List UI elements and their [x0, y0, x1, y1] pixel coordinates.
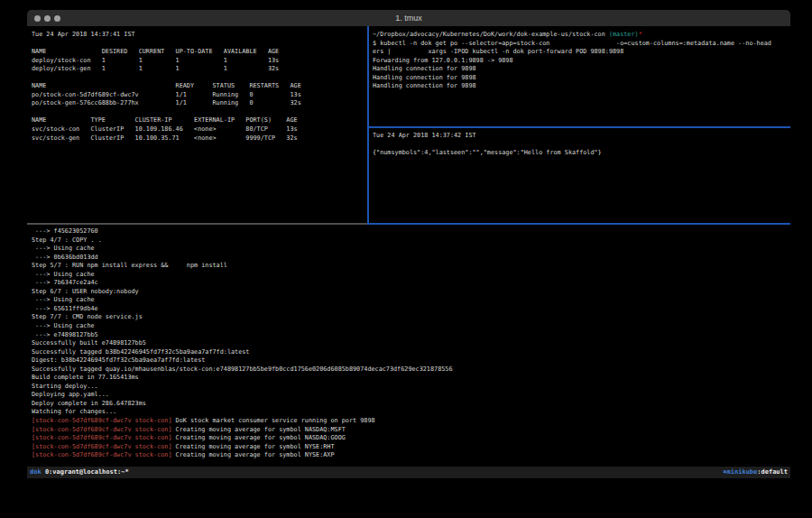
terminal-line: NAME TYPE CLUSTER-IP EXTERNAL-IP PORT(S)…	[32, 116, 365, 125]
terminal-line: {"numsymbols":4,"lastseen":"","message":…	[373, 149, 789, 158]
session-name[interactable]: dok	[30, 468, 42, 477]
terminal-line	[32, 74, 365, 83]
pane-divider-bottom-left	[27, 223, 367, 225]
terminal-line: [stock-con-5d7df689cf-dwc7v stock-con] C…	[32, 434, 789, 443]
terminal-line: deploy/stock-gen 1 1 1 1 32s	[32, 65, 365, 74]
terminal-line: NAME READY STATUS RESTARTS AGE	[32, 82, 365, 91]
pane-divider-bottom-right	[367, 223, 790, 225]
terminal-line: [stock-con-5d7df689cf-dwc7v stock-con] C…	[32, 426, 789, 435]
pane-skaffold-dev[interactable]: ---> f45623052760Step 4/7 : COPY . . ---…	[32, 227, 789, 463]
terminal-line: Forwarding from 127.0.0.1:9898 -> 9898	[373, 57, 789, 66]
terminal-line: Digest: b38b42246945fd7f32c5ba9aea7af7fd…	[32, 356, 789, 365]
terminal-line: Build complete in 77.165413ms	[32, 374, 789, 383]
tmux-terminal: Tue 24 Apr 2018 14:37:41 IST NAME DESIRE…	[27, 26, 790, 486]
terminal-line: po/stock-con-5d7df689cf-dwc7v 1/1 Runnin…	[32, 91, 365, 100]
terminal-line: NAME DESIRED CURRENT UP-TO-DATE AVAILABL…	[32, 48, 365, 57]
terminal-line: svc/stock-gen ClusterIP 10.100.35.71 <no…	[32, 134, 365, 143]
terminal-line: [stock-con-5d7df689cf-dwc7v stock-con] C…	[32, 443, 789, 452]
terminal-line	[32, 108, 365, 117]
terminal-line: ~/Dropbox/advocacy/Kubernetes/DoK/work/d…	[373, 31, 789, 40]
pane-port-forward[interactable]: ~/Dropbox/advocacy/Kubernetes/DoK/work/d…	[373, 31, 789, 125]
window-title: 1. tmux	[27, 10, 790, 26]
status-left: dok 0:vagrant@localhost:~*	[30, 468, 129, 477]
terminal-line: svc/stock-con ClusterIP 10.109.186.46 <n…	[32, 125, 365, 134]
terminal-line: Handling connection for 9898	[373, 65, 789, 74]
terminal-line: Step 6/7 : USER nobody:nobody	[32, 288, 789, 297]
terminal-line: Watching for changes...	[32, 408, 789, 417]
terminal-line: Tue 24 Apr 2018 14:37:41 IST	[32, 31, 365, 40]
terminal-line: Step 4/7 : COPY . .	[32, 236, 789, 245]
terminal-line: ---> e74898127bb5	[32, 331, 789, 340]
terminal-line: [stock-con-5d7df689cf-dwc7v stock-con] C…	[32, 451, 789, 460]
terminal-line: [stock-con-5d7df689cf-dwc7v stock-con] D…	[32, 417, 789, 426]
pane-kubectl-watch[interactable]: Tue 24 Apr 2018 14:37:41 IST NAME DESIRE…	[32, 31, 365, 222]
kube-context: minikube	[727, 468, 758, 477]
terminal-line: ---> 65611ff9db4e	[32, 305, 789, 314]
terminal-line: Successfully tagged b38b42246945fd7f32c5…	[32, 348, 789, 357]
terminal-line: ---> Using cache	[32, 296, 789, 305]
terminal-line: Handling connection for 9898	[373, 74, 789, 83]
kube-namespace: :default	[757, 468, 788, 477]
terminal-line: Successfully built e74898127bb5	[32, 339, 789, 348]
terminal-line: deploy/stock-con 1 1 1 1 13s	[32, 57, 365, 66]
terminal-line: ---> Using cache	[32, 245, 789, 254]
terminal-line: Tue 24 Apr 2018 14:37:42 IST	[373, 132, 789, 141]
terminal-line: Starting deploy...	[32, 383, 789, 392]
terminal-line: ---> 7b6347ce2a4c	[32, 279, 789, 288]
terminal-line: ers | xargs -IPOD kubectl -n dok port-fo…	[373, 48, 789, 57]
terminal-line: Deploying app.yaml...	[32, 391, 789, 400]
terminal-line: ---> Using cache	[32, 322, 789, 331]
status-right: ⎈minikube:default	[723, 468, 788, 477]
terminal-line: po/stock-gen-576cc688bb-277hx 1/1 Runnin…	[32, 99, 365, 108]
terminal-line: Step 7/7 : CMD node service.js	[32, 313, 789, 322]
pane-curl-json[interactable]: Tue 24 Apr 2018 14:37:42 IST {"numsymbol…	[373, 132, 789, 221]
terminal-line: Deploy complete in 286.647823ms	[32, 400, 789, 409]
terminal-line	[32, 40, 365, 49]
terminal-line: $ kubectl -n dok get po --selector=app=s…	[373, 40, 789, 49]
terminal-line: ---> Using cache	[32, 271, 789, 280]
terminal-line	[373, 141, 789, 150]
titlebar: 1. tmux	[27, 10, 790, 26]
tmux-status-bar: dok 0:vagrant@localhost:~* ⎈minikube:def…	[27, 467, 790, 478]
terminal-window: 1. tmux Tue 24 Apr 2018 14:37:41 IST NAM…	[0, 0, 812, 518]
terminal-line: Step 5/7 : RUN npm install express && np…	[32, 262, 789, 271]
pane-divider-right-horizontal	[367, 126, 790, 128]
terminal-line: ---> 0b636bd013dd	[32, 254, 789, 263]
pane-divider-vertical	[367, 26, 369, 225]
terminal-line: Successfully tagged quay.io/mhausenblas/…	[32, 365, 789, 375]
terminal-line: Handling connection for 9898	[373, 82, 789, 91]
terminal-line: ---> f45623052760	[32, 227, 789, 236]
window-tab[interactable]: 0:vagrant@localhost:~*	[45, 468, 129, 477]
